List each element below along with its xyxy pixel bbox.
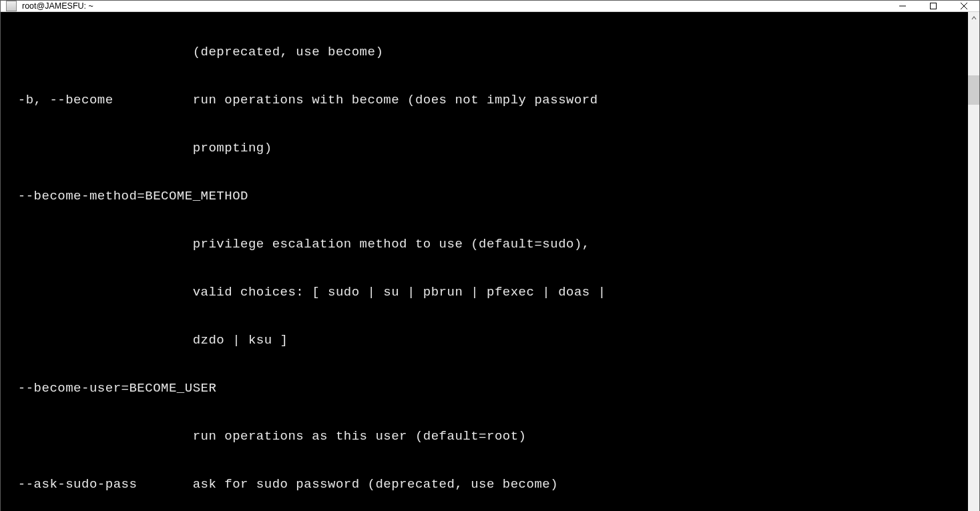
terminal-window: root@JAMESFU: ~ (deprecated, use become)… (0, 0, 980, 511)
terminal[interactable]: (deprecated, use become) -b, --become ru… (1, 12, 968, 511)
terminal-line: (deprecated, use become) (2, 44, 967, 60)
minimize-button[interactable] (887, 1, 918, 11)
scrollbar-thumb[interactable] (968, 75, 979, 105)
scrollbar[interactable] (968, 12, 979, 511)
terminal-line: --ask-sudo-pass ask for sudo password (d… (2, 476, 967, 492)
terminal-line: privilege escalation method to use (defa… (2, 236, 967, 252)
close-button[interactable] (949, 1, 979, 11)
terminal-line: -b, --become run operations with become … (2, 92, 967, 108)
app-icon (6, 1, 17, 11)
window-title: root@JAMESFU: ~ (22, 1, 887, 11)
maximize-icon (930, 3, 937, 9)
terminal-line: --become-user=BECOME_USER (2, 380, 967, 396)
close-icon (961, 3, 967, 9)
terminal-line: --become-method=BECOME_METHOD (2, 188, 967, 204)
scroll-up-button[interactable] (968, 12, 979, 23)
terminal-line: run operations as this user (default=roo… (2, 428, 967, 444)
maximize-button[interactable] (918, 1, 949, 11)
chevron-up-icon (971, 15, 977, 21)
terminal-body: (deprecated, use become) -b, --become ru… (1, 12, 979, 511)
svg-rect-1 (931, 3, 937, 9)
terminal-line: dzdo | ksu ] (2, 332, 967, 348)
terminal-line: valid choices: [ sudo | su | pbrun | pfe… (2, 284, 967, 300)
scrollbar-track[interactable] (968, 23, 979, 511)
minimize-icon (899, 3, 906, 9)
terminal-line: prompting) (2, 140, 967, 156)
titlebar[interactable]: root@JAMESFU: ~ (1, 1, 979, 12)
window-controls (887, 1, 979, 11)
